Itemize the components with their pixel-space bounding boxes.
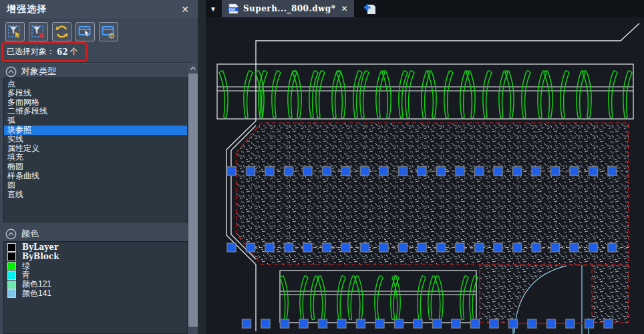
grip[interactable] [437,167,446,176]
object-type-item[interactable]: 块参照 [4,126,187,135]
object-type-item[interactable]: 实线 [4,135,187,144]
object-type-item[interactable]: 直线 [4,190,187,200]
grip[interactable] [433,319,442,328]
color-item[interactable]: 绿 [4,262,187,271]
grip[interactable] [570,167,579,176]
selection-settings-button[interactable]: ⚙ [99,22,118,41]
grip[interactable] [299,319,308,328]
grip[interactable] [589,167,598,176]
grip[interactable] [379,243,388,252]
object-type-section-header[interactable]: 对象类型 [5,65,56,78]
grip[interactable] [513,167,522,176]
grip[interactable] [303,167,312,176]
object-type-item[interactable]: 二维多段线 [4,107,187,116]
grip[interactable] [227,243,236,252]
object-type-item[interactable]: 弧 [4,116,187,126]
grip[interactable] [399,167,408,176]
grip[interactable] [341,243,350,252]
grip[interactable] [281,319,289,328]
grip[interactable] [604,319,613,328]
grip[interactable] [589,243,598,252]
drawing-tab-label: Superh..._800.dwg* [243,4,336,13]
grip[interactable] [227,167,236,176]
grip[interactable] [243,319,251,328]
grip[interactable] [494,167,502,176]
select-filter-button[interactable] [5,22,25,41]
grip[interactable] [475,243,484,252]
grip[interactable] [414,319,422,328]
grip[interactable] [490,319,498,328]
color-item[interactable]: 颜色121 [4,280,187,289]
grip[interactable] [456,167,464,176]
object-type-item[interactable]: 多面网格 [4,98,187,108]
grip[interactable] [494,243,502,252]
tab-list-arrow-icon[interactable]: ▼ [210,5,216,13]
grip[interactable] [303,243,312,252]
grip[interactable] [265,167,274,176]
grip[interactable] [319,319,327,328]
scroll-up-icon[interactable] [188,63,198,73]
object-type-item[interactable]: 圆 [4,181,187,190]
grip[interactable] [323,243,331,252]
object-type-item[interactable]: 多段线 [4,89,187,98]
grip[interactable] [532,167,540,176]
grip[interactable] [452,319,460,328]
grip[interactable] [585,319,594,328]
object-type-item[interactable]: 填充 [4,153,187,162]
object-type-list: 点多段线多面网格二维多段线弧块参照实线属性定义填充椭圆样条曲线圆直线 [3,77,188,222]
grip[interactable] [357,319,365,328]
grip[interactable] [265,243,274,252]
grip[interactable] [551,167,560,176]
grip[interactable] [532,243,540,252]
grip[interactable] [528,319,536,328]
panel-scrollbar[interactable] [188,63,198,334]
window-select-button[interactable] [75,22,95,41]
object-type-item[interactable]: 属性定义 [4,144,187,154]
grip[interactable] [509,319,518,328]
grip[interactable] [418,167,426,176]
grip[interactable] [285,167,293,176]
new-drawing-icon [363,3,377,15]
object-type-item[interactable]: 点 [4,79,187,89]
grip[interactable] [471,319,480,328]
grip[interactable] [375,319,384,328]
panel-close-button[interactable]: ✕ [180,4,191,15]
grip[interactable] [608,243,617,252]
grip[interactable] [547,319,556,328]
grip[interactable] [513,243,522,252]
color-item[interactable]: ByBlock [4,253,187,262]
grip[interactable] [341,167,350,176]
grip[interactable] [551,243,560,252]
grip[interactable] [437,243,446,252]
color-item[interactable]: 颜色141 [4,289,187,299]
tab-close-button[interactable]: ✕ [341,4,348,13]
grip[interactable] [323,167,331,176]
grip[interactable] [456,243,464,252]
grip[interactable] [475,167,484,176]
grip[interactable] [608,167,617,176]
grip[interactable] [570,243,579,252]
grip[interactable] [361,167,369,176]
grip[interactable] [261,319,270,328]
new-tab-button[interactable] [363,3,377,15]
color-section-header[interactable]: 颜色 [5,227,39,240]
grip[interactable] [337,319,346,328]
grip[interactable] [418,243,426,252]
grip[interactable] [399,243,408,252]
grip[interactable] [566,319,575,328]
drawing-tab[interactable]: DWG Superh..._800.dwg* ✕ [222,0,354,17]
color-item[interactable]: ByLayer [4,243,187,253]
refresh-selection-button[interactable] [52,22,71,41]
drawing-canvas[interactable] [206,17,644,334]
grip[interactable] [379,167,388,176]
selection-count-label: 已选择对象： [7,46,55,57]
object-type-item[interactable]: 样条曲线 [4,172,187,181]
object-type-item[interactable]: 椭圆 [4,162,187,172]
grip[interactable] [361,243,369,252]
grip[interactable] [247,243,255,252]
remove-filter-button[interactable] [29,22,48,41]
grip[interactable] [285,243,293,252]
grip[interactable] [395,319,404,328]
color-item[interactable]: 青 [4,271,187,280]
grip[interactable] [247,167,255,176]
